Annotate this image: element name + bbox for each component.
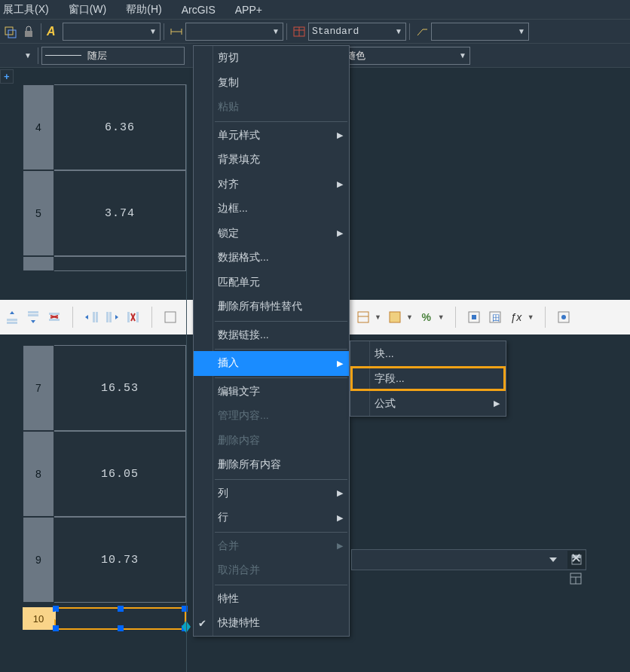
menu-separator [215, 585, 347, 585]
ctx-insert[interactable]: 插入▶ [194, 351, 349, 376]
ctx-quick-properties[interactable]: ✔快捷特性 [194, 611, 349, 636]
insert-block-icon[interactable] [466, 309, 482, 325]
svg-rect-12 [28, 314, 38, 316]
text-style-combo[interactable]: ▼ [63, 23, 161, 41]
sub-insert-formula[interactable]: 公式▶ [350, 391, 506, 416]
svg-rect-30 [472, 315, 476, 319]
dropdown-icon[interactable]: ▼ [438, 313, 445, 321]
row-header[interactable]: 8 [23, 431, 54, 517]
dropdown-icon: ▼ [459, 51, 466, 60]
menu-item-arcgis[interactable]: ArcGIS [182, 4, 216, 16]
menu-item-help[interactable]: 帮助(H) [126, 3, 161, 17]
table-style-icon[interactable] [292, 25, 306, 38]
dim-style-icon[interactable] [170, 25, 183, 38]
ctx-edit-text[interactable]: 编辑文字 [194, 380, 349, 405]
ctx-paste: 粘贴 [194, 95, 349, 120]
insert-row-above-icon[interactable] [5, 309, 20, 325]
ctx-copy[interactable]: 复制 [194, 71, 349, 96]
insert-row-below-icon[interactable] [26, 309, 41, 325]
text-style-icon[interactable]: A [47, 25, 60, 38]
menu-bar: 展工具(X) 窗口(W) 帮助(H) ArcGIS APP+ [0, 0, 630, 20]
table-cell[interactable]: 16.53 [54, 345, 186, 431]
row-header[interactable]: 7 [23, 345, 54, 431]
svg-rect-19 [106, 312, 109, 322]
insert-col-right-icon[interactable] [105, 309, 120, 325]
menu-separator [215, 349, 347, 350]
unknown-combo[interactable]: ▼ [2, 47, 35, 65]
linetype-combo[interactable]: 随层 [41, 47, 185, 65]
menu-separator [215, 121, 347, 122]
ctx-cell-style[interactable]: 单元样式▶ [194, 124, 349, 148]
panel-customize-icon[interactable] [567, 570, 585, 588]
dropdown-icon: ▼ [149, 27, 157, 35]
ctx-lock[interactable]: 锁定▶ [194, 221, 349, 246]
sub-insert-block[interactable]: 块... [350, 341, 506, 366]
table-cell[interactable]: 3.74 [54, 170, 186, 256]
ctx-rows[interactable]: 行▶ [194, 506, 349, 530]
ctx-data-link[interactable]: 数据链接... [194, 323, 349, 348]
ctx-label: 特性 [218, 592, 239, 606]
color-combo[interactable]: 随色 ▼ [342, 47, 470, 65]
multileader-style-combo[interactable]: ▼ [431, 23, 529, 41]
ctx-borders[interactable]: 边框... [194, 197, 349, 221]
row-header[interactable]: 4 [23, 84, 54, 170]
ctx-match-cell[interactable]: 匹配单元 [194, 270, 349, 295]
row-header[interactable]: 9 [23, 517, 54, 603]
ctx-label: 匹配单元 [218, 276, 260, 289]
sub-label: 公式 [375, 397, 396, 411]
panel-close-button[interactable]: ✕ [567, 549, 585, 567]
ctx-columns[interactable]: 列▶ [194, 481, 349, 506]
ctx-data-format[interactable]: 数据格式... [194, 246, 349, 270]
percent-icon[interactable]: % [419, 309, 434, 325]
data-link-icon[interactable] [556, 309, 571, 325]
row-header[interactable]: 5 [23, 170, 54, 256]
ctx-background-fill[interactable]: 背景填充 [194, 148, 349, 173]
dim-style-combo[interactable]: ▼ [185, 23, 283, 41]
resize-handle[interactable] [118, 625, 124, 631]
ctx-alignment[interactable]: 对齐▶ [194, 173, 349, 197]
add-tab-button[interactable]: + [0, 69, 14, 84]
submenu-arrow-icon: ▶ [337, 513, 343, 523]
table-cell[interactable]: 10.73 [54, 517, 186, 603]
table-cell[interactable] [54, 256, 186, 271]
column-guideline [186, 84, 187, 672]
selected-cell[interactable] [54, 607, 186, 630]
ctx-delete-all-content[interactable]: 删除所有内容 [194, 453, 349, 478]
multileader-style-icon[interactable] [415, 25, 429, 38]
lock-icon[interactable] [22, 25, 35, 38]
resize-handle[interactable] [53, 625, 59, 631]
svg-rect-17 [93, 312, 95, 322]
quick-properties-panel-header[interactable] [351, 549, 586, 570]
ctx-cut[interactable]: 剪切 [194, 46, 349, 71]
selected-row[interactable]: 10 [23, 607, 186, 630]
table-style-combo[interactable]: Standard ▼ [308, 23, 406, 41]
menu-item-tools[interactable]: 展工具(X) [3, 3, 49, 17]
menu-item-window[interactable]: 窗口(W) [69, 3, 107, 17]
table-cell[interactable]: 16.05 [54, 431, 186, 517]
row-header[interactable] [23, 256, 54, 271]
dropdown-icon[interactable]: ▼ [375, 313, 381, 321]
context-menu: 剪切 复制 粘贴 单元样式▶ 背景填充 对齐▶ 边框... 锁定▶ 数据格式..… [193, 45, 350, 637]
ctx-manage-content: 管理内容... [194, 404, 349, 429]
insert-field-icon[interactable]: 田 [488, 309, 503, 325]
ctx-remove-overrides[interactable]: 删除所有特性替代 [194, 295, 349, 319]
insert-col-left-icon[interactable] [84, 309, 99, 325]
dropdown-icon[interactable]: ▼ [406, 313, 413, 321]
table-cell[interactable]: 6.36 [54, 84, 186, 170]
dropdown-icon[interactable] [549, 557, 557, 562]
layer-icon[interactable] [4, 25, 17, 38]
formula-icon[interactable]: ƒx [509, 309, 524, 325]
ctx-label: 删除所有特性替代 [218, 300, 302, 313]
svg-rect-22 [136, 312, 139, 322]
delete-col-icon[interactable] [126, 309, 141, 325]
sub-insert-field[interactable]: 字段... [350, 366, 506, 391]
resize-handle[interactable] [118, 606, 124, 612]
cell-style-icon[interactable] [356, 309, 371, 325]
delete-row-icon[interactable] [47, 309, 62, 325]
cell-bg-icon[interactable] [387, 309, 402, 325]
ctx-properties[interactable]: 特性 [194, 587, 349, 612]
merge-cells-icon[interactable] [163, 309, 178, 325]
dropdown-icon[interactable]: ▼ [528, 313, 534, 321]
menu-item-appplus[interactable]: APP+ [235, 4, 262, 16]
ctx-label: 取消合并 [218, 564, 260, 577]
